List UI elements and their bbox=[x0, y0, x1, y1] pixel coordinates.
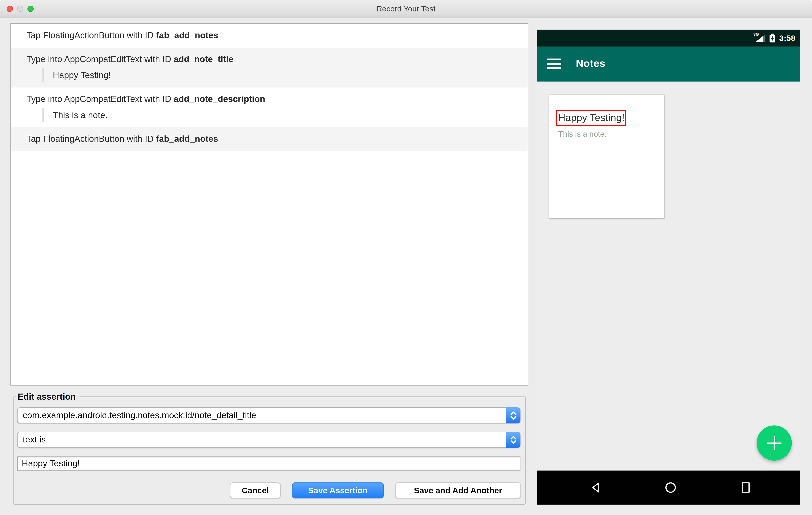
window-title: Record Your Test bbox=[0, 0, 812, 18]
action-prefix: Tap FloatingActionButton with ID bbox=[26, 31, 156, 40]
assertion-type-value: text is bbox=[23, 432, 46, 447]
view-matcher-select[interactable]: com.example.android.testing.notes.mock:i… bbox=[17, 407, 521, 423]
action-text: Tap FloatingActionButton with ID fab_add… bbox=[11, 127, 528, 151]
battery-charging-icon bbox=[770, 33, 775, 42]
dialog-buttons: Cancel Save Assertion Save and Add Anoth… bbox=[230, 482, 521, 498]
signal-filled-triangle bbox=[755, 36, 763, 42]
screenshot-stage: Record Your Test Tap FloatingActionButto… bbox=[0, 0, 812, 515]
action-prefix: Tap FloatingActionButton with ID bbox=[26, 134, 156, 144]
save-and-add-another-button[interactable]: Save and Add Another bbox=[395, 482, 521, 498]
app-bar-title: Notes bbox=[576, 47, 605, 81]
title-bar: Record Your Test bbox=[0, 0, 812, 18]
assertion-highlight-box: Happy Testing! bbox=[556, 110, 626, 126]
action-text: Tap FloatingActionButton with ID fab_add… bbox=[11, 24, 528, 48]
cellular-signal-icon: 3G bbox=[754, 34, 765, 42]
status-bar-clock: 3:58 bbox=[779, 34, 795, 42]
edit-assertion-panel: Edit assertion com.example.android.testi… bbox=[13, 396, 526, 505]
action-text: Type into AppCompatEditText with ID add_… bbox=[11, 91, 528, 108]
device-screenshot: 3G 3:58 Notes Happy Testing! This is a n… bbox=[537, 30, 800, 505]
battery-cap bbox=[771, 33, 774, 34]
record-your-test-window: Record Your Test Tap FloatingActionButto… bbox=[0, 0, 812, 515]
save-assertion-button[interactable]: Save Assertion bbox=[292, 482, 384, 498]
home-icon[interactable] bbox=[665, 482, 676, 493]
action-prefix: Type into AppCompatEditText with ID bbox=[26, 94, 174, 104]
recorded-actions-list[interactable]: Tap FloatingActionButton with ID fab_add… bbox=[10, 23, 528, 386]
action-target-id: fab_add_notes bbox=[156, 134, 218, 144]
assertion-type-select[interactable]: text is bbox=[17, 432, 521, 448]
hamburger-menu-icon[interactable] bbox=[547, 59, 561, 69]
network-type-label: 3G bbox=[753, 32, 759, 37]
add-note-fab[interactable] bbox=[757, 425, 792, 461]
stepper-icon[interactable] bbox=[506, 407, 521, 423]
expected-value-input[interactable] bbox=[17, 456, 521, 471]
recorded-action-row[interactable]: Type into AppCompatEditText with ID add_… bbox=[11, 88, 528, 127]
recorded-action-row[interactable]: Type into AppCompatEditText with ID add_… bbox=[11, 48, 528, 88]
device-status-bar: 3G 3:58 bbox=[537, 30, 800, 47]
note-card[interactable]: Happy Testing! This is a note. bbox=[549, 95, 664, 218]
recorded-action-row[interactable]: Tap FloatingActionButton with ID fab_add… bbox=[11, 127, 528, 151]
device-nav-bar bbox=[537, 470, 800, 505]
stepper-icon[interactable] bbox=[506, 432, 521, 448]
note-description: This is a note. bbox=[558, 129, 607, 138]
action-prefix: Type into AppCompatEditText with ID bbox=[26, 54, 174, 64]
recents-icon[interactable] bbox=[741, 482, 750, 493]
note-title: Happy Testing! bbox=[558, 112, 625, 123]
action-target-id: add_note_description bbox=[174, 94, 265, 104]
back-icon[interactable] bbox=[591, 482, 600, 493]
action-typed-value: This is a note. bbox=[42, 108, 528, 122]
action-target-id: add_note_title bbox=[174, 54, 233, 64]
view-matcher-value: com.example.android.testing.notes.mock:i… bbox=[23, 408, 256, 423]
edit-assertion-legend: Edit assertion bbox=[16, 392, 79, 402]
recorded-action-row[interactable]: Tap FloatingActionButton with ID fab_add… bbox=[11, 24, 528, 48]
action-typed-value: Happy Testing! bbox=[42, 68, 528, 83]
action-target-id: fab_add_notes bbox=[156, 31, 218, 40]
cancel-button[interactable]: Cancel bbox=[230, 482, 281, 498]
app-bar: Notes bbox=[537, 47, 800, 82]
plus-icon bbox=[767, 436, 782, 450]
action-text: Type into AppCompatEditText with ID add_… bbox=[11, 51, 528, 68]
